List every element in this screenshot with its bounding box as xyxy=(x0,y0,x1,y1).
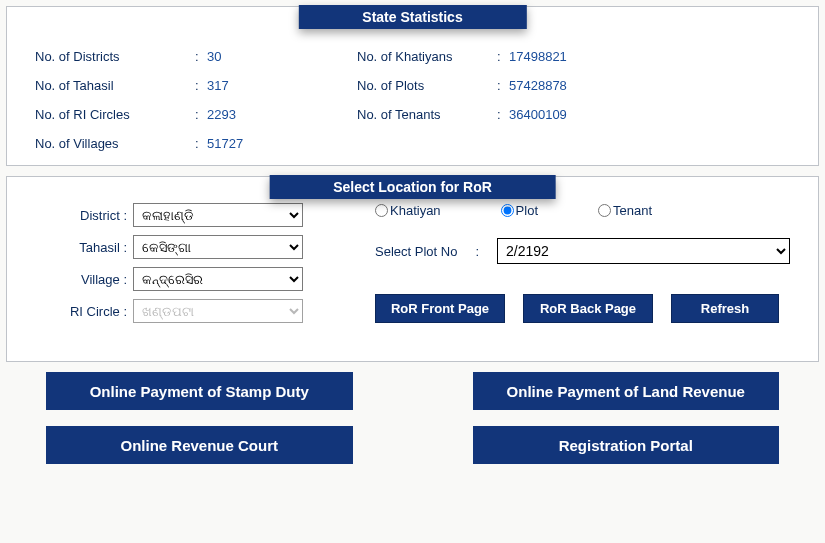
ror-front-page-button[interactable]: RoR Front Page xyxy=(375,294,505,323)
location-dropdowns: District କଳାହାଣ୍ଡି Tahasil କେସିଙ୍ଗା Vill… xyxy=(35,203,345,331)
select-banner: Select Location for RoR xyxy=(269,175,556,199)
plots-value: 57428878 xyxy=(509,78,790,93)
stats-grid: No. of Districts : 30 No. of Khatiyans :… xyxy=(35,49,790,151)
revenue-court-button[interactable]: Online Revenue Court xyxy=(46,426,353,464)
village-select[interactable]: କନ୍ଦ୍ରେସିର xyxy=(133,267,303,291)
tenants-value: 36400109 xyxy=(509,107,790,122)
villages-label: No. of Villages xyxy=(35,136,195,151)
plots-label: No. of Plots xyxy=(357,78,497,93)
tahasil-label: No. of Tahasil xyxy=(35,78,195,93)
plot-no-select[interactable]: 2/2192 xyxy=(497,238,790,264)
ror-back-page-button[interactable]: RoR Back Page xyxy=(523,294,653,323)
ri-circle-select: ଖଣ୍ଡପଟା xyxy=(133,299,303,323)
districts-label: No. of Districts xyxy=(35,49,195,64)
plot-radio-input[interactable] xyxy=(501,204,514,217)
radio-khatiyan[interactable]: Khatiyan xyxy=(375,203,441,218)
khatiyan-radio-input[interactable] xyxy=(375,204,388,217)
ri-circle-label: RI Circle xyxy=(35,304,127,319)
radio-tenant[interactable]: Tenant xyxy=(598,203,652,218)
tenant-radio-input[interactable] xyxy=(598,204,611,217)
khatiyans-value: 17498821 xyxy=(509,49,790,64)
khatiyans-label: No. of Khatiyans xyxy=(357,49,497,64)
tenants-label: No. of Tenants xyxy=(357,107,497,122)
land-revenue-button[interactable]: Online Payment of Land Revenue xyxy=(473,372,780,410)
ri-circles-value: 2293 xyxy=(207,107,357,122)
registration-portal-button[interactable]: Registration Portal xyxy=(473,426,780,464)
village-label: Village xyxy=(35,272,127,287)
stamp-duty-button[interactable]: Online Payment of Stamp Duty xyxy=(46,372,353,410)
refresh-button[interactable]: Refresh xyxy=(671,294,779,323)
footer-buttons: Online Payment of Stamp Duty Online Paym… xyxy=(6,372,819,464)
villages-value: 51727 xyxy=(207,136,357,151)
district-label: District xyxy=(35,208,127,223)
state-statistics-card: State Statistics No. of Districts : 30 N… xyxy=(6,6,819,166)
right-pane: Khatiyan Plot Tenant Select Plot No : 2/… xyxy=(375,203,790,331)
ri-circles-label: No. of RI Circles xyxy=(35,107,195,122)
district-select[interactable]: କଳାହାଣ୍ଡି xyxy=(133,203,303,227)
select-location-card: Select Location for RoR District କଳାହାଣ୍… xyxy=(6,176,819,362)
tahasil-form-label: Tahasil xyxy=(35,240,127,255)
stats-banner: State Statistics xyxy=(298,5,526,29)
districts-value: 30 xyxy=(207,49,357,64)
tahasil-select[interactable]: କେସିଙ୍ଗା xyxy=(133,235,303,259)
tahasil-value: 317 xyxy=(207,78,357,93)
radio-plot[interactable]: Plot xyxy=(501,203,538,218)
plot-no-label: Select Plot No xyxy=(375,244,457,259)
